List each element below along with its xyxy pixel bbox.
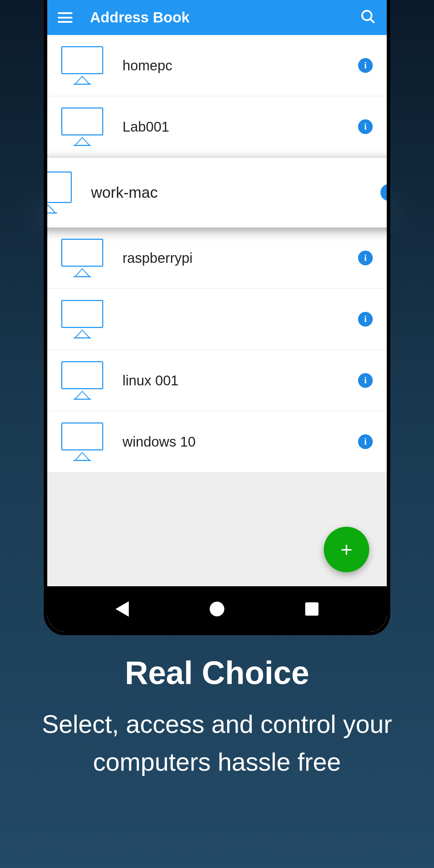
device-name: raspberrypi (122, 250, 358, 266)
add-button[interactable]: + (324, 527, 369, 572)
svg-line-1 (370, 19, 374, 23)
computer-icon (61, 107, 103, 146)
recent-icon[interactable] (305, 602, 318, 616)
device-row[interactable]: linux 001 i (47, 350, 387, 411)
promo-subtitle: Select, access and control your computer… (21, 705, 413, 781)
device-name: Lab001 (122, 119, 358, 135)
android-nav-bar (47, 586, 387, 632)
device-row[interactable]: i (47, 289, 387, 350)
search-icon[interactable] (360, 9, 376, 26)
computer-icon (47, 172, 72, 214)
info-icon[interactable]: i (358, 373, 373, 388)
device-row[interactable]: raspberrypi i (47, 227, 387, 289)
promo-text: Real Choice Select, access and control y… (0, 654, 434, 781)
phone-screen: Address Book homepc i Lab001 (47, 0, 387, 632)
device-name: work-mac (91, 184, 380, 201)
device-row[interactable]: Lab001 i (47, 96, 387, 158)
device-row-selected[interactable]: work-mac i (47, 158, 387, 227)
computer-icon (61, 239, 103, 277)
plus-icon: + (341, 539, 352, 560)
svg-point-0 (362, 11, 372, 20)
info-icon[interactable]: i (358, 251, 373, 265)
computer-icon (61, 46, 103, 85)
computer-icon (61, 361, 103, 400)
home-icon[interactable] (210, 602, 224, 616)
computer-icon (61, 300, 103, 338)
info-icon[interactable]: i (358, 312, 373, 327)
device-name: linux 001 (122, 373, 358, 388)
device-name: homepc (122, 58, 358, 74)
info-icon[interactable]: i (358, 58, 373, 73)
app-title: Address Book (90, 9, 343, 26)
phone-frame: Address Book homepc i Lab001 (44, 0, 390, 635)
app-bar: Address Book (47, 0, 387, 35)
device-list: homepc i Lab001 i work-mac i (47, 35, 387, 472)
info-icon[interactable]: i (358, 434, 373, 449)
computer-icon (61, 422, 103, 461)
promo-title: Real Choice (21, 654, 413, 691)
menu-icon[interactable] (58, 12, 72, 23)
device-row[interactable]: windows 10 i (47, 411, 387, 472)
info-icon[interactable]: i (358, 119, 373, 134)
device-row[interactable]: homepc i (47, 35, 387, 96)
info-icon[interactable]: i (380, 184, 387, 201)
back-icon[interactable] (115, 601, 129, 617)
device-name: windows 10 (122, 434, 358, 450)
